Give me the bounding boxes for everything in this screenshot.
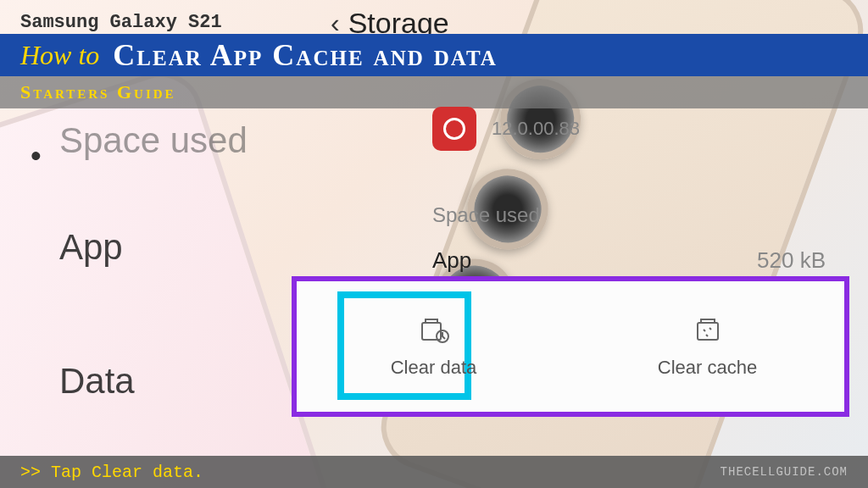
clear-cache-button[interactable]: Clear cache (570, 281, 844, 412)
camera-app-icon (432, 107, 476, 151)
clear-data-label: Clear data (391, 357, 477, 379)
subtitle-text: Starters Guide (20, 81, 176, 103)
instruction-text: >> Tap Clear data. (20, 463, 203, 482)
watermark-text: THECELLGUIDE.COM (721, 465, 848, 479)
device-model-label: Samsung Galaxy S21 (20, 12, 222, 33)
svg-rect-0 (422, 323, 441, 340)
svg-rect-2 (698, 323, 718, 340)
banner-prefix: How to (20, 40, 99, 71)
clear-cache-icon (691, 314, 725, 345)
instruction-bar: >> Tap Clear data. THECELLGUIDE.COM (0, 456, 868, 488)
clear-cache-label: Clear cache (658, 357, 757, 379)
clear-data-button[interactable]: Clear data (297, 281, 570, 412)
app-size-row: App 520 kB (432, 247, 834, 274)
app-panel-label: App (432, 247, 471, 274)
app-info-row: 12.0.00.83 (432, 107, 580, 151)
data-ghost-label: Data (59, 361, 135, 402)
app-size-value: 520 kB (757, 247, 826, 274)
app-ghost-label: App (59, 227, 123, 268)
subtitle-bar: Starters Guide (0, 76, 868, 108)
action-buttons-highlight: Clear data Clear cache (292, 276, 849, 417)
space-used-panel-label: Space used (432, 203, 540, 227)
title-banner: How to Clear App Cache and data (0, 34, 868, 76)
space-used-ghost-label: Space used (59, 120, 248, 161)
clear-data-icon (417, 314, 451, 345)
banner-title: Clear App Cache and data (113, 37, 498, 73)
app-version-label: 12.0.00.83 (492, 118, 580, 140)
